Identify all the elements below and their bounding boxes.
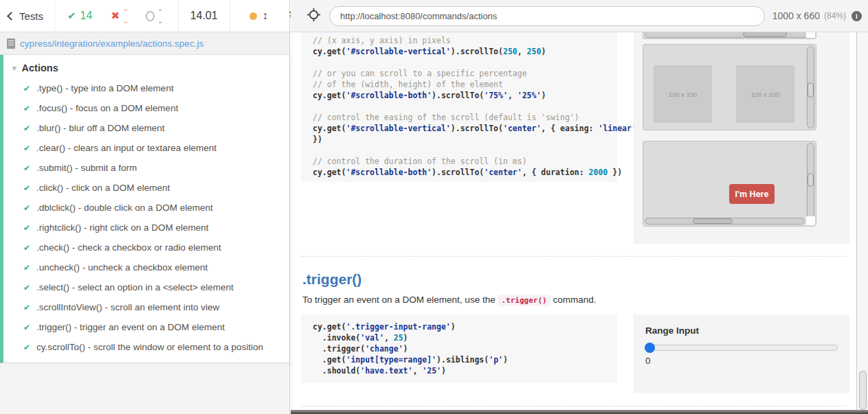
viewport-size: 1000 x 660 xyxy=(772,10,820,21)
range-value: 0 xyxy=(645,356,849,366)
test-item-label: .type() - type into a DOM element xyxy=(36,83,174,93)
trigger-section-heading: .trigger() xyxy=(302,271,856,288)
test-item-label: .rightclick() - right click on a DOM ele… xyxy=(36,222,209,233)
failed-stat: ✖ -- xyxy=(111,3,127,28)
vertical-scrollbar-thumb[interactable] xyxy=(808,82,814,97)
test-item[interactable]: ✔.blur() - blur off a DOM element xyxy=(3,118,289,138)
horizontal-scrollbar-thumb[interactable] xyxy=(693,218,733,224)
test-item[interactable]: ✔.submit() - submit a form xyxy=(3,158,289,178)
scrollto-example-row: // (x axis, y axis) in pixelscy.get('#sc… xyxy=(292,32,856,244)
test-item[interactable]: ✔.scrollIntoView() - scroll an element i… xyxy=(3,297,289,317)
back-to-tests-button[interactable]: Tests xyxy=(0,0,55,32)
up-down-arrow-icon: ↕ xyxy=(263,10,268,22)
test-item[interactable]: ✔.dblclick() - double click on a DOM ele… xyxy=(3,198,289,218)
scrollbar-corner xyxy=(806,216,815,225)
trigger-description-before: To trigger an event on a DOM element, us… xyxy=(302,295,496,305)
test-stats: ✔ 14 ✖ -- -- xyxy=(55,0,179,32)
test-item-label: cy.scrollTo() - scroll the window or ele… xyxy=(36,342,263,352)
check-icon: ✔ xyxy=(67,10,76,22)
auto-scroll-toggle[interactable]: ↕ xyxy=(249,10,268,22)
selector-playground-icon[interactable] xyxy=(307,8,320,24)
code-line: cy.get('#scrollable-both').scrollTo('cen… xyxy=(313,167,612,178)
page-bottom-edge xyxy=(291,410,868,414)
circle-icon xyxy=(146,11,154,21)
check-icon: ✔ xyxy=(23,343,30,352)
vertical-scrollbar[interactable] xyxy=(807,46,814,128)
test-reporter-panel: Tests ✔ 14 ✖ -- -- 14.01 ↕ ↻ xyxy=(0,0,290,414)
placeholder-image: 100 x 100 xyxy=(736,65,794,123)
range-input-label: Range Input xyxy=(645,325,849,336)
test-item-label: .scrollIntoView() - scroll an element in… xyxy=(36,302,219,312)
page-scrollbar-thumb[interactable] xyxy=(859,371,867,410)
test-item-label: .submit() - submit a form xyxy=(36,163,137,173)
test-item[interactable]: ✔.check() - check a checkbox or radio el… xyxy=(3,238,289,257)
range-slider-thumb[interactable] xyxy=(645,343,655,353)
section-divider xyxy=(302,256,846,257)
code-line: // (x axis, y axis) in pixels xyxy=(313,35,612,46)
test-item-label: .trigger() - trigger an event on a DOM e… xyxy=(36,322,225,332)
scrollto-demo-panel: 100 x 100 100 x 100 I'm Here xyxy=(634,32,849,244)
pending-count: -- xyxy=(159,3,164,28)
passed-stat: ✔ 14 xyxy=(67,10,92,22)
passed-count: 14 xyxy=(80,10,93,22)
scrollable-both-box: I'm Here xyxy=(643,141,816,227)
code-line xyxy=(313,101,612,112)
test-item[interactable]: ✔.focus() - focus on a DOM element xyxy=(3,98,289,118)
code-line: .get('input[type=range]').siblings('p') xyxy=(313,354,612,365)
trigger-example-row: cy.get('.trigger-input-range') .invoke('… xyxy=(292,314,856,393)
check-icon: ✔ xyxy=(23,124,30,133)
code-line: // or you can scroll to a specific perce… xyxy=(313,68,612,79)
suite-container: ▾ Actions ✔.type() - type into a DOM ele… xyxy=(0,55,289,363)
aut-header: http://localhost:8080/commands/actions 1… xyxy=(291,0,868,32)
reporter-empty-area xyxy=(0,363,289,414)
reporter-header: Tests ✔ 14 ✖ -- -- 14.01 ↕ ↻ xyxy=(0,0,289,32)
test-item[interactable]: ✔.uncheck() - uncheck a checkbox element xyxy=(3,257,289,277)
test-item-label: .clear() - clears an input or textarea e… xyxy=(36,143,216,153)
horizontal-scrollbar-thumb[interactable] xyxy=(743,32,787,37)
url-address-bar[interactable]: http://localhost:8080/commands/actions xyxy=(329,6,765,26)
viewport-zoom: (84%) xyxy=(824,11,846,21)
test-item[interactable]: ✔cy.scrollTo() - scroll the window or el… xyxy=(3,337,289,357)
auto-scroll-dot-icon xyxy=(249,12,257,20)
scrollto-code-block: // (x axis, y axis) in pixelscy.get('#sc… xyxy=(301,32,617,182)
range-slider[interactable] xyxy=(645,345,838,351)
im-here-button[interactable]: I'm Here xyxy=(729,184,775,204)
test-item[interactable]: ✔.rightclick() - right click on a DOM el… xyxy=(3,218,289,238)
code-line: .invoke('val', 25) xyxy=(313,332,612,343)
check-icon: ✔ xyxy=(23,283,30,292)
test-item[interactable]: ✔.clear() - clears an input or textarea … xyxy=(3,138,289,158)
horizontal-scrollbar[interactable] xyxy=(645,32,814,38)
code-line: cy.get('.trigger-input-range') xyxy=(313,321,612,332)
check-icon: ✔ xyxy=(23,143,30,153)
vertical-scrollbar-thumb[interactable] xyxy=(808,173,814,187)
test-list: ✔.type() - type into a DOM element✔.focu… xyxy=(3,78,289,357)
test-item[interactable]: ✔.trigger() - trigger an event on a DOM … xyxy=(3,317,289,337)
code-line: cy.get('#scrollable-vertical').scrollTo(… xyxy=(313,123,612,134)
viewport-info: 1000 x 660 (84%) i xyxy=(772,10,862,21)
check-icon: ✔ xyxy=(23,203,30,213)
test-item[interactable]: ✔.click() - click on a DOM element xyxy=(3,178,289,198)
section-divider xyxy=(302,406,846,406)
test-item[interactable]: ✔.select() - select an option in a <sele… xyxy=(3,277,289,297)
code-line: }) xyxy=(313,134,612,145)
chevron-left-icon xyxy=(7,12,16,21)
test-item-label: .blur() - blur off a DOM element xyxy=(36,123,165,133)
scrollable-vertical-box: 100 x 100 100 x 100 xyxy=(643,44,816,130)
suite-header[interactable]: ▾ Actions xyxy=(3,55,289,78)
trigger-description-after: command. xyxy=(553,295,596,305)
vertical-scrollbar[interactable] xyxy=(807,143,814,225)
suite-title: Actions xyxy=(22,62,58,73)
test-item[interactable]: ✔.type() - type into a DOM element xyxy=(3,78,289,98)
placeholder-image: 100 x 100 xyxy=(654,65,712,123)
cross-icon: ✖ xyxy=(111,10,120,22)
test-item-label: .check() - check a checkbox or radio ele… xyxy=(36,242,221,253)
test-item-label: .focus() - focus on a DOM element xyxy=(36,103,178,113)
scrollable-horizontal-box xyxy=(643,32,816,39)
horizontal-scrollbar[interactable] xyxy=(645,218,805,225)
info-icon[interactable]: i xyxy=(852,11,862,21)
aut-viewport: // (x axis, y axis) in pixelscy.get('#sc… xyxy=(291,32,868,414)
aut-page: // (x axis, y axis) in pixelscy.get('#sc… xyxy=(292,32,857,410)
spec-file-link[interactable]: cypress/integration/examples/actions.spe… xyxy=(20,38,203,49)
test-duration: 14.01 xyxy=(179,0,230,32)
code-line: // control the duration of the scroll (i… xyxy=(313,156,612,167)
